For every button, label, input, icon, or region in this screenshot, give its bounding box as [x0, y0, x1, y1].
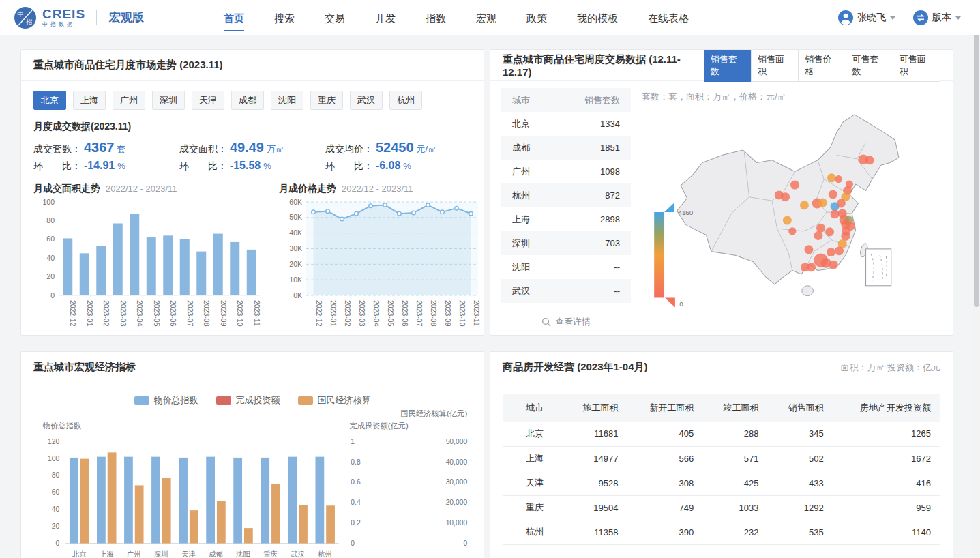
dev-cell: 416: [833, 471, 940, 495]
dev-cell: 390: [627, 520, 703, 544]
svg-text:2023-06: 2023-06: [169, 300, 177, 327]
svg-text:40: 40: [52, 505, 60, 513]
city-tab-沈阳[interactable]: 沈阳: [271, 91, 303, 110]
nav-item-我的模板[interactable]: 我的模板: [576, 1, 619, 34]
svg-text:20: 20: [46, 272, 55, 280]
svg-text:0: 0: [679, 300, 683, 308]
city-tab-上海[interactable]: 上海: [73, 91, 106, 110]
svg-text:60: 60: [46, 235, 55, 243]
stat-main: 成交套数： 4367 套: [33, 140, 179, 156]
dev-cell: 749: [627, 495, 703, 520]
view-detail-button[interactable]: 查看详情: [501, 308, 631, 335]
top-nav: 中 指 CREIS 中指数据 宏观版 首页搜索交易开发指数宏观政策我的模板在线表…: [0, 0, 980, 35]
nav-item-宏观[interactable]: 宏观: [475, 1, 498, 34]
city-tab-天津[interactable]: 天津: [192, 91, 224, 110]
svg-text:40,000: 40,000: [446, 458, 468, 466]
ratio-label: 环 比：: [325, 160, 373, 171]
dev-col-房地产开发投资额: 房地产开发投资额: [833, 394, 940, 422]
dev-cell: 重庆: [503, 495, 563, 520]
dev-cell: 上海: [503, 446, 563, 471]
svg-text:沈阳: 沈阳: [235, 550, 250, 558]
dev-cell: 1265: [833, 422, 940, 446]
city-tab-深圳[interactable]: 深圳: [152, 91, 185, 110]
svg-text:完成投资额(亿元): 完成投资额(亿元): [349, 422, 409, 430]
nav-item-开发[interactable]: 开发: [374, 1, 397, 34]
table-row: 上海149775665715021672: [503, 446, 940, 471]
vertical-scrollbar: [973, 0, 980, 558]
svg-text:2023-10: 2023-10: [458, 300, 466, 327]
city-tab-重庆[interactable]: 重庆: [310, 91, 343, 110]
table-row: 沈阳--: [501, 255, 631, 279]
stat-value: 49.49: [230, 140, 264, 155]
city-tab-广州[interactable]: 广州: [113, 91, 145, 110]
nav-item-搜索[interactable]: 搜索: [273, 1, 296, 34]
svg-text:2023-05: 2023-05: [387, 300, 395, 327]
city-name: 广州: [512, 166, 530, 178]
dev-cell: 288: [703, 422, 768, 446]
units-note: 面积：万㎡ 投资额：亿元: [840, 362, 940, 374]
metric-tab-销售价格[interactable]: 销售价格: [798, 49, 846, 82]
ratio-unit: %: [403, 161, 411, 171]
city-tab-成都[interactable]: 成都: [231, 91, 264, 110]
dev-cell: 11681: [563, 422, 627, 446]
svg-text:广州: 广州: [127, 550, 141, 558]
svg-text:0.2: 0.2: [351, 519, 361, 527]
dev-cell: 405: [627, 422, 703, 446]
city-tab-武汉[interactable]: 武汉: [350, 91, 383, 110]
nav-item-交易[interactable]: 交易: [323, 1, 346, 34]
stat-label: 成交面积：: [179, 143, 227, 154]
development-panel: 商品房开发经营 (2023年1-04月) 面积：万㎡ 投资额：亿元 城市施工面积…: [490, 351, 953, 558]
table-row: 上海2898: [501, 207, 631, 231]
nav-item-政策[interactable]: 政策: [525, 1, 548, 34]
svg-text:50K: 50K: [289, 213, 302, 221]
macro-bar-chart: 物价总指数完成投资额(亿元)国民经济核算(亿元)0204060801001200…: [31, 408, 474, 558]
brand-name: CREIS: [42, 8, 85, 20]
area-bar-chart: 0204060801002022-122023-012023-022023-03…: [33, 195, 271, 336]
dev-cell: 535: [768, 520, 833, 544]
dashboard: 重点城市商品住宅月度市场走势 (2023.11) 北京上海广州深圳天津成都沈阳重…: [0, 35, 974, 558]
brand: 中 指 CREIS 中指数据 宏观版: [14, 6, 144, 29]
chevron-down-icon: [955, 16, 961, 20]
version-menu[interactable]: 版本: [913, 10, 961, 25]
table-row: 成都1851: [501, 136, 631, 160]
svg-text:80: 80: [52, 471, 60, 479]
svg-text:0.8: 0.8: [351, 458, 361, 466]
dev-cell: 9528: [563, 471, 627, 495]
svg-text:2023-06: 2023-06: [401, 300, 409, 327]
table-row: 重庆1950474910331292959: [503, 495, 940, 520]
dev-cell: 425: [703, 471, 768, 495]
svg-text:40K: 40K: [289, 229, 302, 237]
stat-main: 成交均价： 52450 元/㎡: [325, 140, 471, 156]
dev-cell: 1033: [703, 495, 768, 520]
scrollbar-thumb[interactable]: [974, 1, 979, 307]
creis-logo-icon: 中 指: [14, 6, 37, 29]
city-tab-北京[interactable]: 北京: [33, 91, 66, 110]
dev-cell: 566: [627, 446, 703, 471]
weekly-table-header: 城市销售套数: [501, 88, 631, 112]
city-value: 1098: [600, 166, 620, 177]
city-name: 武汉: [512, 285, 530, 297]
brand-edition: 宏观版: [109, 10, 144, 25]
legend-item-完成投资额[interactable]: 完成投资额: [216, 394, 280, 407]
nav-item-指数[interactable]: 指数: [424, 1, 447, 34]
nav-item-首页[interactable]: 首页: [222, 1, 246, 34]
legend-item-物价总指数[interactable]: 物价总指数: [134, 394, 198, 407]
svg-text:0: 0: [463, 540, 467, 547]
city-value: 1334: [600, 119, 620, 129]
metric-tab-可售面积[interactable]: 可售面积: [893, 49, 940, 82]
stat-ratio: 环 比： -14.91 %: [33, 160, 179, 173]
svg-text:北京: 北京: [72, 550, 87, 558]
metric-tab-可售套数[interactable]: 可售套数: [846, 49, 893, 82]
city-tab-杭州[interactable]: 杭州: [389, 91, 422, 110]
metric-tab-销售面积[interactable]: 销售面积: [751, 49, 799, 82]
stat-block: 成交均价： 52450 元/㎡环 比： -6.08 %: [325, 140, 471, 177]
legend-item-国民经济核算[interactable]: 国民经济核算: [298, 394, 371, 407]
svg-text:0: 0: [50, 291, 55, 299]
ratio-value: -14.91: [84, 160, 115, 171]
chevron-down-icon: [890, 16, 895, 20]
metric-tab-销售套数[interactable]: 销售套数: [704, 49, 752, 82]
svg-text:2023-01: 2023-01: [329, 300, 338, 327]
development-table: 城市施工面积新开工面积竣工面积销售面积房地产开发投资额 北京1168140528…: [503, 394, 940, 545]
user-menu[interactable]: 张晓飞: [838, 10, 895, 25]
nav-item-在线表格[interactable]: 在线表格: [647, 1, 690, 34]
